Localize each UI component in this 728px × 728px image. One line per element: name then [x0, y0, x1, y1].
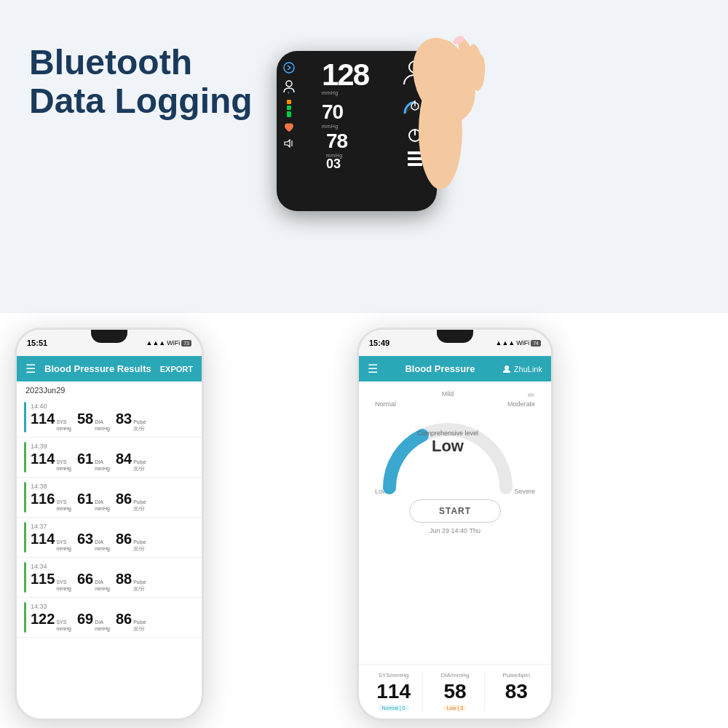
- reading-unit-label: SYS mmHg: [56, 499, 71, 512]
- date-row-left: 2023Jun29: [17, 381, 202, 397]
- reading-big-value: 114: [31, 531, 55, 547]
- device-container: 1 M 128 mmHg: [255, 22, 488, 291]
- reading-value-group: 66DIA mmHg: [77, 571, 110, 592]
- reading-unit-label: Pulse 次/分: [133, 419, 146, 432]
- reading-big-value: 66: [77, 571, 93, 587]
- reading-values: 114SYS mmHg58DIA mmHg83Pulse 次/分: [31, 411, 194, 432]
- reading-value-group: 86Pulse 次/分: [116, 491, 146, 512]
- reading-big-value: 58: [77, 411, 93, 427]
- phone-left: 15:51 ▲▲▲ WiFi 73 ☰ Blood Pressure Resul…: [15, 328, 204, 721]
- stat-value: 58: [443, 680, 466, 703]
- reading-value-group: 122SYS mmHg: [31, 611, 71, 632]
- bar-green1: [287, 106, 291, 110]
- reading-item[interactable]: 14:34115SYS mmHg66DIA mmHg88Pulse 次/分: [17, 558, 202, 598]
- reading-item[interactable]: 14:39114SYS mmHg61DIA mmHg84Pulse 次/分: [17, 438, 202, 478]
- mild-label: Mild: [442, 390, 454, 397]
- svg-marker-3: [285, 140, 290, 147]
- reading-time: 14:39: [31, 443, 194, 450]
- reading-big-value: 115: [31, 571, 55, 587]
- notch-cutout-left: [91, 330, 127, 343]
- stat-value: 83: [505, 680, 528, 703]
- reading-unit-label: Pulse 次/分: [133, 620, 146, 632]
- right-header-title: Blood Pressure: [405, 363, 475, 374]
- hamburger-left[interactable]: ☰: [25, 362, 36, 376]
- reading-big-value: 61: [77, 451, 93, 467]
- notch-cutout-right: [437, 330, 473, 343]
- gauge-center-text: Comprehensive level Low: [417, 430, 478, 456]
- bar-green2: [287, 111, 291, 117]
- stat-column: SYS/mmHg114Normal | 0: [365, 672, 423, 711]
- reading-unit-label: SYS mmHg: [56, 419, 71, 432]
- reading-content: 14:39114SYS mmHg61DIA mmHg84Pulse 次/分: [31, 443, 194, 472]
- reading-big-value: 61: [77, 491, 93, 507]
- reading-content: 14:40114SYS mmHg58DIA mmHg83Pulse 次/分: [31, 403, 194, 432]
- reading-big-value: 86: [116, 531, 132, 547]
- phone-screen-left: 15:51 ▲▲▲ WiFi 73 ☰ Blood Pressure Resul…: [17, 330, 202, 719]
- left-header-title: Blood Pressure Results: [44, 363, 151, 374]
- reading-value-group: 114SYS mmHg: [31, 411, 71, 432]
- reading-bar: [24, 602, 26, 633]
- reading-unit-label: SYS mmHg: [56, 579, 71, 592]
- reading-content: 14:38116SYS mmHg61DIA mmHg86Pulse 次/分: [31, 483, 194, 512]
- reading-bar: [24, 562, 26, 593]
- reading-unit-label: Pulse 次/分: [133, 499, 146, 512]
- reading-value-group: 114SYS mmHg: [31, 451, 71, 472]
- svg-point-22: [505, 365, 509, 370]
- reading-values: 122SYS mmHg69DIA mmHg86Pulse 次/分: [31, 611, 194, 632]
- stat-header: Pulse/bpm: [502, 672, 530, 678]
- gauge-labels-top: Mild: [375, 390, 521, 397]
- reading-value-group: 84Pulse 次/分: [116, 451, 146, 472]
- right-time: 15:49: [369, 339, 389, 347]
- reading-item[interactable]: 14:37114SYS mmHg63DIA mmHg86Pulse 次/分: [17, 518, 202, 558]
- reading-unit-label: SYS mmHg: [56, 459, 71, 472]
- reading-big-value: 114: [31, 451, 55, 467]
- phone-header-right: ☰ Blood Pressure ZhuLink: [359, 356, 551, 381]
- signal-right: ▲▲▲: [495, 339, 515, 347]
- reading-item[interactable]: 14:33122SYS mmHg69DIA mmHg86Pulse 次/分: [17, 598, 202, 638]
- hand-image: [357, 22, 488, 240]
- heart-icon: [283, 123, 295, 133]
- reading-time: 14:40: [31, 403, 194, 410]
- reading-bar: [24, 482, 26, 513]
- user-icon: 1: [282, 79, 296, 94]
- user-avatar-icon: [502, 365, 511, 373]
- moderate-label: Moderate: [507, 400, 535, 408]
- signal-left: ▲▲▲: [146, 339, 165, 347]
- start-button[interactable]: START: [409, 499, 501, 523]
- reading-big-value: 88: [116, 571, 132, 587]
- reading-value-group: 61DIA mmHg: [77, 451, 110, 472]
- reading-item[interactable]: 14:38116SYS mmHg61DIA mmHg86Pulse 次/分: [17, 478, 202, 518]
- edit-icon[interactable]: ✏: [528, 390, 535, 400]
- left-status-icons: ▲▲▲ WiFi 73: [146, 339, 191, 347]
- comprehensive-label: Comprehensive level: [417, 430, 478, 437]
- reading-value-group: 86Pulse 次/分: [116, 611, 146, 632]
- reading-bar: [24, 442, 26, 472]
- reading-time: 14:33: [31, 603, 194, 610]
- bp-bars: [287, 100, 291, 117]
- device-left-icons: 1 M: [282, 62, 296, 148]
- reading-big-value: 116: [31, 491, 55, 507]
- reading-unit-label: SYS mmHg: [56, 539, 71, 552]
- phone-screen-right: 15:49 ▲▲▲ WiFi 74 ☰ Blood Pressure ZhuLi…: [359, 330, 551, 719]
- gauge-svg-wrapper: Comprehensive level Low: [375, 408, 521, 495]
- bluetooth-title-line1: Bluetooth: [29, 44, 253, 82]
- reading-unit-label: DIA mmHg: [95, 459, 110, 472]
- reading-unit-label: DIA mmHg: [95, 620, 110, 632]
- user-info: ZhuLink: [502, 365, 542, 373]
- reading-value-group: 86Pulse 次/分: [116, 531, 146, 552]
- bluetooth-text: Bluetooth Data Logging: [29, 44, 253, 121]
- top-section: Bluetooth Data Logging 1: [0, 0, 728, 313]
- normal-label: Normal: [375, 400, 396, 408]
- stat-value: 114: [376, 680, 411, 703]
- level-text: Low: [417, 437, 478, 456]
- reading-value-group: 88Pulse 次/分: [116, 571, 146, 592]
- svg-point-20: [419, 73, 462, 189]
- reading-big-value: 86: [116, 491, 132, 507]
- export-button[interactable]: EXPORT: [160, 365, 193, 373]
- reading-item[interactable]: 14:40114SYS mmHg58DIA mmHg83Pulse 次/分: [17, 397, 202, 438]
- svg-point-1: [286, 81, 292, 87]
- reading-time: 14:37: [31, 523, 194, 530]
- reading-unit-label: Pulse 次/分: [133, 539, 146, 552]
- stat-column: DIA/mmHg58Low | 3: [426, 672, 484, 711]
- hamburger-right[interactable]: ☰: [368, 362, 378, 376]
